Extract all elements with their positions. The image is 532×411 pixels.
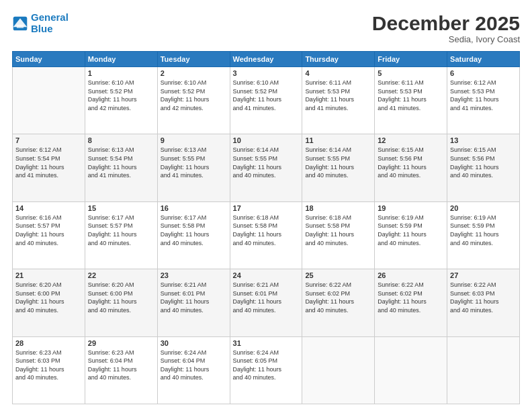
day-info: Sunrise: 6:20 AM Sunset: 6:00 PM Dayligh… — [15, 281, 82, 314]
weekday-saturday: Saturday — [447, 52, 520, 67]
logo-text: General Blue — [31, 12, 69, 34]
week-row-5: 28Sunrise: 6:23 AM Sunset: 6:03 PM Dayli… — [13, 336, 520, 404]
day-number: 29 — [88, 339, 154, 347]
day-info: Sunrise: 6:19 AM Sunset: 5:59 PM Dayligh… — [450, 214, 517, 247]
day-number: 31 — [233, 339, 300, 347]
day-cell: 19Sunrise: 6:19 AM Sunset: 5:59 PM Dayli… — [375, 201, 447, 269]
day-cell: 18Sunrise: 6:18 AM Sunset: 5:58 PM Dayli… — [302, 201, 375, 269]
day-cell: 10Sunrise: 6:14 AM Sunset: 5:55 PM Dayli… — [230, 134, 302, 201]
day-number: 22 — [88, 271, 154, 279]
day-number: 12 — [378, 136, 444, 144]
day-info: Sunrise: 6:11 AM Sunset: 5:53 PM Dayligh… — [305, 79, 371, 112]
day-number: 26 — [378, 271, 444, 279]
day-number: 11 — [305, 136, 371, 144]
day-info: Sunrise: 6:17 AM Sunset: 5:58 PM Dayligh… — [161, 214, 227, 247]
day-number: 16 — [161, 204, 227, 212]
weekday-friday: Friday — [375, 52, 447, 67]
day-number: 1 — [88, 69, 154, 77]
day-cell: 17Sunrise: 6:18 AM Sunset: 5:58 PM Dayli… — [230, 201, 302, 269]
day-number: 30 — [161, 339, 227, 347]
day-cell: 7Sunrise: 6:12 AM Sunset: 5:54 PM Daylig… — [13, 134, 85, 201]
location: Sedia, Ivory Coast — [372, 34, 520, 44]
day-cell: 26Sunrise: 6:22 AM Sunset: 6:02 PM Dayli… — [375, 269, 447, 336]
week-row-3: 14Sunrise: 6:16 AM Sunset: 5:57 PM Dayli… — [13, 201, 520, 269]
week-row-2: 7Sunrise: 6:12 AM Sunset: 5:54 PM Daylig… — [13, 134, 520, 201]
day-number: 2 — [161, 69, 227, 77]
day-info: Sunrise: 6:17 AM Sunset: 5:57 PM Dayligh… — [88, 214, 154, 247]
day-number: 9 — [161, 136, 227, 144]
weekday-wednesday: Wednesday — [230, 52, 302, 67]
weekday-tuesday: Tuesday — [157, 52, 230, 67]
day-info: Sunrise: 6:15 AM Sunset: 5:56 PM Dayligh… — [450, 146, 517, 179]
weekday-sunday: Sunday — [13, 52, 85, 67]
page: General Blue December 2025 Sedia, Ivory … — [0, 0, 532, 411]
day-number: 28 — [15, 339, 82, 347]
day-cell: 27Sunrise: 6:22 AM Sunset: 6:03 PM Dayli… — [447, 269, 520, 336]
calendar-table: SundayMondayTuesdayWednesdayThursdayFrid… — [12, 51, 520, 404]
day-cell: 11Sunrise: 6:14 AM Sunset: 5:55 PM Dayli… — [302, 134, 375, 201]
day-cell — [447, 336, 520, 404]
week-row-1: 1Sunrise: 6:10 AM Sunset: 5:52 PM Daylig… — [13, 67, 520, 134]
day-info: Sunrise: 6:22 AM Sunset: 6:02 PM Dayligh… — [378, 281, 444, 314]
day-number: 14 — [15, 204, 82, 212]
day-info: Sunrise: 6:21 AM Sunset: 6:01 PM Dayligh… — [233, 281, 300, 314]
day-info: Sunrise: 6:10 AM Sunset: 5:52 PM Dayligh… — [233, 79, 300, 112]
day-info: Sunrise: 6:13 AM Sunset: 5:54 PM Dayligh… — [88, 146, 154, 179]
day-cell: 25Sunrise: 6:22 AM Sunset: 6:02 PM Dayli… — [302, 269, 375, 336]
day-info: Sunrise: 6:20 AM Sunset: 6:00 PM Dayligh… — [88, 281, 154, 314]
day-info: Sunrise: 6:10 AM Sunset: 5:52 PM Dayligh… — [88, 79, 154, 112]
day-number: 24 — [233, 271, 300, 279]
day-number: 6 — [450, 69, 517, 77]
day-info: Sunrise: 6:21 AM Sunset: 6:01 PM Dayligh… — [161, 281, 227, 314]
weekday-header: SundayMondayTuesdayWednesdayThursdayFrid… — [13, 52, 520, 67]
day-number: 17 — [233, 204, 300, 212]
week-row-4: 21Sunrise: 6:20 AM Sunset: 6:00 PM Dayli… — [13, 269, 520, 336]
day-cell: 30Sunrise: 6:24 AM Sunset: 6:04 PM Dayli… — [157, 336, 230, 404]
day-number: 18 — [305, 204, 371, 212]
day-info: Sunrise: 6:16 AM Sunset: 5:57 PM Dayligh… — [15, 214, 82, 247]
day-number: 20 — [450, 204, 517, 212]
day-cell: 14Sunrise: 6:16 AM Sunset: 5:57 PM Dayli… — [13, 201, 85, 269]
day-cell: 15Sunrise: 6:17 AM Sunset: 5:57 PM Dayli… — [85, 201, 157, 269]
day-cell: 23Sunrise: 6:21 AM Sunset: 6:01 PM Dayli… — [157, 269, 230, 336]
day-cell — [302, 336, 375, 404]
day-number: 21 — [15, 271, 82, 279]
day-number: 4 — [305, 69, 371, 77]
day-info: Sunrise: 6:13 AM Sunset: 5:55 PM Dayligh… — [161, 146, 227, 179]
day-info: Sunrise: 6:24 AM Sunset: 6:04 PM Dayligh… — [161, 349, 227, 382]
day-cell: 22Sunrise: 6:20 AM Sunset: 6:00 PM Dayli… — [85, 269, 157, 336]
svg-rect-2 — [17, 24, 24, 28]
day-cell: 13Sunrise: 6:15 AM Sunset: 5:56 PM Dayli… — [447, 134, 520, 201]
day-cell: 20Sunrise: 6:19 AM Sunset: 5:59 PM Dayli… — [447, 201, 520, 269]
day-cell: 28Sunrise: 6:23 AM Sunset: 6:03 PM Dayli… — [13, 336, 85, 404]
day-number: 25 — [305, 271, 371, 279]
day-cell: 9Sunrise: 6:13 AM Sunset: 5:55 PM Daylig… — [157, 134, 230, 201]
day-info: Sunrise: 6:24 AM Sunset: 6:05 PM Dayligh… — [233, 349, 300, 382]
logo-line1: General — [31, 11, 69, 23]
day-cell — [13, 67, 85, 134]
day-number: 15 — [88, 204, 154, 212]
day-cell: 21Sunrise: 6:20 AM Sunset: 6:00 PM Dayli… — [13, 269, 85, 336]
day-cell: 24Sunrise: 6:21 AM Sunset: 6:01 PM Dayli… — [230, 269, 302, 336]
day-cell: 31Sunrise: 6:24 AM Sunset: 6:05 PM Dayli… — [230, 336, 302, 404]
logo-icon — [12, 15, 28, 32]
day-info: Sunrise: 6:14 AM Sunset: 5:55 PM Dayligh… — [233, 146, 300, 179]
day-info: Sunrise: 6:22 AM Sunset: 6:03 PM Dayligh… — [450, 281, 517, 314]
day-number: 23 — [161, 271, 227, 279]
day-number: 19 — [378, 204, 444, 212]
day-number: 3 — [233, 69, 300, 77]
day-number: 27 — [450, 271, 517, 279]
day-cell: 5Sunrise: 6:11 AM Sunset: 5:53 PM Daylig… — [375, 67, 447, 134]
day-info: Sunrise: 6:15 AM Sunset: 5:56 PM Dayligh… — [378, 146, 444, 179]
day-cell: 12Sunrise: 6:15 AM Sunset: 5:56 PM Dayli… — [375, 134, 447, 201]
day-info: Sunrise: 6:10 AM Sunset: 5:52 PM Dayligh… — [161, 79, 227, 112]
day-number: 10 — [233, 136, 300, 144]
day-number: 13 — [450, 136, 517, 144]
day-info: Sunrise: 6:18 AM Sunset: 5:58 PM Dayligh… — [305, 214, 371, 247]
day-cell: 1Sunrise: 6:10 AM Sunset: 5:52 PM Daylig… — [85, 67, 157, 134]
header: General Blue December 2025 Sedia, Ivory … — [12, 12, 520, 44]
day-number: 5 — [378, 69, 444, 77]
day-number: 8 — [88, 136, 154, 144]
day-cell: 4Sunrise: 6:11 AM Sunset: 5:53 PM Daylig… — [302, 67, 375, 134]
day-info: Sunrise: 6:22 AM Sunset: 6:02 PM Dayligh… — [305, 281, 371, 314]
